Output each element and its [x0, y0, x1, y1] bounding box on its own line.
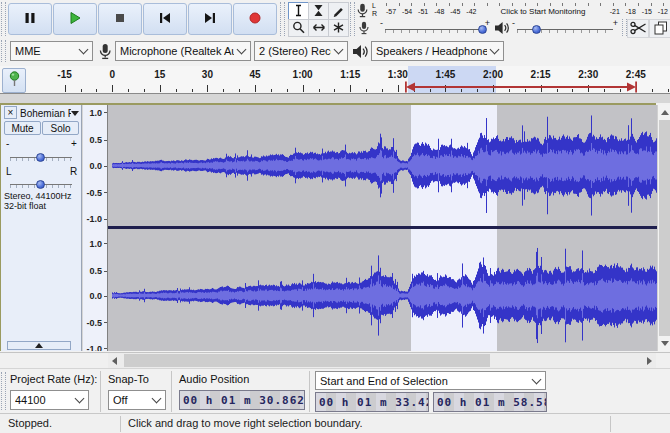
- selection-end-field[interactable]: 00 h 01 m 58.583 s: [433, 392, 547, 412]
- draw-tool-button[interactable]: [328, 2, 349, 20]
- scroll-right-arrow-icon[interactable]: [647, 357, 652, 365]
- pause-button[interactable]: [8, 3, 52, 35]
- playback-device-value: Speakers / Headphones (R: [376, 45, 487, 57]
- stop-button[interactable]: [98, 3, 142, 35]
- selection-tool-button[interactable]: [288, 2, 309, 20]
- project-rate-select[interactable]: 44100: [10, 390, 89, 410]
- audacity-window: L R -57 -54 -51 -48 -45 -42 Click to Sta…: [0, 0, 670, 433]
- audio-position-label: Audio Position: [179, 373, 249, 385]
- recording-device-value: Microphone (Realtek Audi: [120, 45, 234, 57]
- monitor-hint-text[interactable]: Click to Start Monitoring: [501, 7, 586, 16]
- selection-toolbar-grip[interactable]: [1, 372, 6, 410]
- timeline-tick: [207, 85, 208, 92]
- recording-volume-minus: -: [380, 18, 383, 28]
- meter-scale-right-numbers: -21 -18 -15 -12: [610, 8, 668, 16]
- tools-toolbar-grip[interactable]: [280, 2, 285, 36]
- selection-start-field[interactable]: 00 h 01 m 33.429 s: [315, 392, 429, 412]
- recording-volume-slider[interactable]: - +: [380, 20, 490, 36]
- horizontal-scrollbar-thumb[interactable]: [124, 354, 490, 367]
- timeline-tick: [350, 85, 351, 92]
- pin-button[interactable]: [2, 68, 26, 93]
- playback-volume-slider[interactable]: - +: [512, 20, 618, 36]
- timeline-tick: [112, 85, 113, 92]
- record-button[interactable]: [233, 3, 277, 35]
- pan-slider[interactable]: [8, 179, 74, 191]
- gain-slider[interactable]: [8, 152, 74, 164]
- skip-end-button[interactable]: [188, 3, 232, 35]
- timeline-ruler[interactable]: -1501530451:001:151:301:452:002:152:302:…: [0, 66, 670, 94]
- selection-end-value: 00 h 01 m 58.583 s: [437, 396, 547, 409]
- meter-toolbar-grip[interactable]: [350, 2, 355, 36]
- project-rate-label: Project Rate (Hz):: [10, 373, 97, 385]
- horizontal-scrollbar-row: [0, 352, 670, 368]
- horizontal-scrollbar[interactable]: [108, 353, 656, 368]
- timeline-tick: [255, 85, 256, 92]
- audio-host-select[interactable]: MME: [10, 41, 93, 61]
- meter-scale-left-numbers: -57 -54 -51 -48 -45 -42: [386, 8, 476, 16]
- timeline-label: 1:30: [383, 69, 413, 80]
- timeline-label: 2:45: [621, 69, 651, 80]
- chevron-down-icon: [79, 45, 89, 55]
- recording-meter[interactable]: L R -57 -54 -51 -48 -45 -42 Click to Sta…: [356, 1, 670, 18]
- copy-icon: [653, 21, 668, 37]
- timeline-tick: [366, 89, 367, 92]
- recording-volume-thumb[interactable]: [478, 25, 487, 34]
- timeline-label: -15: [50, 69, 80, 80]
- track-title-menu[interactable]: Bohemian Rh: [20, 107, 79, 119]
- track-close-button[interactable]: ×: [4, 106, 17, 119]
- play-button[interactable]: [53, 3, 97, 35]
- skip-end-icon: [202, 10, 218, 28]
- scale-label: -1.0: [83, 344, 102, 352]
- pause-icon: [22, 10, 38, 28]
- scale-label: 0.5: [83, 266, 102, 276]
- timeline-tick: [334, 89, 335, 92]
- recording-device-select[interactable]: Microphone (Realtek Audi: [115, 41, 251, 61]
- zoom-tool-button[interactable]: [288, 19, 309, 37]
- snap-to-select[interactable]: Off: [108, 390, 166, 410]
- vertical-scrollbar[interactable]: [657, 105, 670, 351]
- multi-tool-button[interactable]: [328, 19, 349, 37]
- copy-button[interactable]: [649, 19, 670, 38]
- mixer-toolbar: - + - +: [356, 19, 622, 37]
- zoom-tool-icon: [292, 21, 305, 36]
- gain-slider-thumb[interactable]: [36, 153, 45, 162]
- solo-button[interactable]: Solo: [42, 121, 79, 135]
- mute-button[interactable]: Mute: [4, 121, 41, 135]
- play-region-arrow[interactable]: [405, 81, 637, 93]
- envelope-tool-button[interactable]: [308, 2, 329, 20]
- scale-tick: [104, 296, 107, 297]
- timeshift-tool-button[interactable]: [308, 19, 329, 37]
- selection-mode-select[interactable]: Start and End of Selection: [315, 371, 546, 390]
- audio-position-field[interactable]: 00 h 01 m 30.862 s: [179, 390, 305, 410]
- scale-label: -0.5: [83, 318, 102, 328]
- skip-start-icon: [157, 10, 173, 28]
- pan-slider-thumb[interactable]: [36, 180, 45, 189]
- meter-channel-right-label: R: [372, 10, 377, 18]
- playback-volume-plus: +: [613, 18, 618, 28]
- recording-channels-select[interactable]: 2 (Stereo) Recor: [254, 41, 348, 61]
- vertical-scale-ruler[interactable]: 1.00.50.0-0.5-1.01.00.50.0-0.5-1.0: [83, 105, 108, 351]
- scale-label: -0.5: [83, 188, 102, 198]
- track-title: Bohemian Rh: [20, 108, 71, 119]
- waveform-canvas[interactable]: [108, 105, 657, 351]
- device-toolbar-grip[interactable]: [1, 40, 6, 62]
- playback-volume-thumb[interactable]: [532, 25, 541, 34]
- scroll-left-arrow-icon[interactable]: [112, 357, 117, 365]
- playback-device-select[interactable]: Speakers / Headphones (R: [371, 41, 504, 61]
- timeline-tick: [287, 89, 288, 92]
- chevron-down-icon: [532, 374, 542, 384]
- track-collapse-button[interactable]: [7, 341, 71, 350]
- timeline-tick: [319, 89, 320, 92]
- scroll-up-arrow-icon[interactable]: [661, 110, 669, 115]
- timeline-label: 1:15: [335, 69, 365, 80]
- cut-button[interactable]: [627, 19, 649, 38]
- vertical-scrollbar-thumb[interactable]: [659, 120, 670, 336]
- scroll-down-arrow-icon[interactable]: [661, 341, 669, 346]
- timeline-tick: [192, 89, 193, 92]
- timeline-tick: [303, 85, 304, 92]
- skip-start-button[interactable]: [143, 3, 187, 35]
- timeline-tick: [668, 89, 669, 92]
- speaker-icon: [494, 21, 510, 37]
- timeline-tick: [271, 89, 272, 92]
- play-icon: [67, 10, 83, 28]
